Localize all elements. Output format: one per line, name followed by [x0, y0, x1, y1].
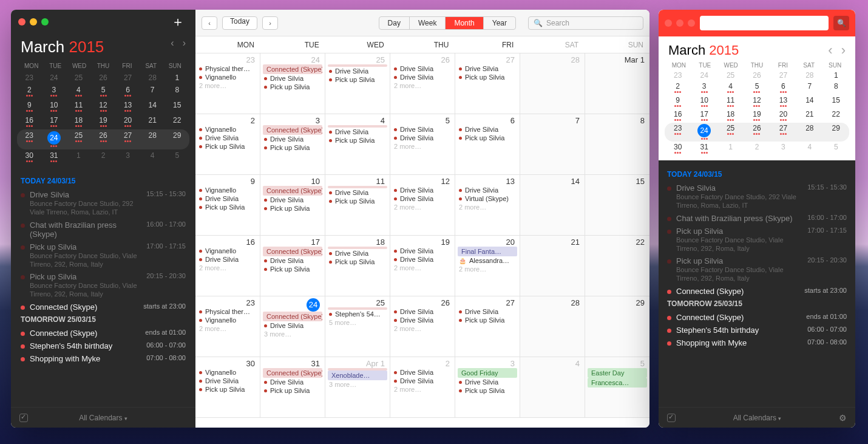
mini-day[interactable]: 22 [164, 114, 189, 129]
agenda-item[interactable]: Shopping with Myke 07:00 - 08:00 [21, 354, 186, 363]
mini-day[interactable]: 26 [91, 129, 116, 149]
event-item[interactable]: Pick up Silvia [458, 316, 517, 324]
mini-day[interactable]: 2 [665, 81, 691, 95]
day-cell[interactable]: 27Drive SilviaPick up Silvia [455, 53, 520, 114]
today-button[interactable]: Today [222, 16, 257, 30]
mini-day[interactable]: 23 [17, 129, 42, 149]
event-item[interactable]: Drive Silvia [328, 188, 387, 197]
mini-day[interactable]: 19 [91, 114, 116, 129]
mini-day[interactable]: 24 [42, 129, 67, 149]
event-bar[interactable]: Connected (Skype) [263, 368, 322, 378]
event-item[interactable]: Drive Silvia [328, 128, 387, 136]
mini-day[interactable]: 8 [823, 81, 849, 95]
mini-day[interactable]: 14 [796, 95, 822, 109]
mini-day[interactable]: 30 [665, 142, 691, 155]
event-item[interactable]: Drive Silvia [263, 256, 322, 265]
event-bar[interactable]: Connected (Skype) [263, 186, 322, 196]
agenda-item[interactable]: Chat with Brazilian press (Skype) 16:00 … [21, 220, 186, 239]
event-bar[interactable]: Final Fanta… [458, 247, 517, 256]
mini-day[interactable]: 11 [66, 99, 91, 114]
event-item[interactable]: Pick up Silvia [263, 204, 322, 213]
add-event-button[interactable]: ＋ [171, 13, 195, 31]
mini-day[interactable]: 26 [744, 123, 770, 142]
day-cell[interactable]: Mar 1 [585, 53, 649, 114]
day-cell[interactable]: 10Connected (Skype)Drive SilviaPick up S… [260, 175, 325, 235]
agenda-item[interactable]: Drive SilviaBounce Factory Dance Studio,… [667, 183, 847, 210]
day-cell[interactable]: 2VignanelloDrive SilviaPick up Silvia [195, 114, 260, 174]
day-cell[interactable]: 27Drive SilviaPick up Silvia [455, 296, 520, 357]
event-item[interactable]: Drive Silvia [263, 196, 322, 204]
event-item[interactable]: Pick up Silvia [328, 136, 387, 145]
event-item[interactable]: Stephen's 54… [328, 310, 387, 318]
event-item[interactable]: Drive Silvia [393, 316, 452, 324]
mini-day[interactable]: 20 [770, 109, 796, 123]
mini-day[interactable]: 2 [17, 84, 42, 99]
mini-day[interactable]: 1 [164, 72, 189, 84]
search-button[interactable]: 🔍 [833, 16, 849, 30]
more-link[interactable]: 2 more… [198, 324, 257, 333]
event-bar[interactable]: Easter Day [588, 368, 647, 378]
mini-day[interactable]: 1 [823, 70, 849, 81]
day-cell[interactable]: 2Drive SilviaDrive Silvia2 more… [390, 357, 455, 417]
mini-day[interactable]: 28 [796, 70, 822, 81]
agenda-item[interactable]: Connected (Skype) ends at 01:00 [667, 313, 847, 322]
event-item[interactable]: Pick up Silvia [263, 83, 322, 91]
day-cell[interactable]: 3Good FridayDrive SilviaPick up Silvia [455, 357, 520, 417]
event-item[interactable]: Drive Silvia [393, 73, 452, 81]
mini-day[interactable]: 25 [66, 72, 91, 84]
event-item[interactable]: Virtual (Skype) [458, 194, 517, 203]
event-item[interactable]: Vignanello [198, 125, 257, 134]
day-cell[interactable]: 21 [520, 236, 585, 296]
mini-day[interactable]: 23 [665, 70, 691, 81]
event-item[interactable]: Drive Silvia [393, 64, 452, 73]
day-cell[interactable]: Apr 1Xenoblade…3 more… [325, 357, 390, 417]
event-bar[interactable]: Connected (Skype) [263, 125, 322, 135]
mini-calendar[interactable]: 2324252627281234567891011121314151617181… [11, 69, 195, 167]
event-item[interactable]: Vignanello [198, 247, 257, 255]
mini-day[interactable]: 17 [42, 114, 67, 129]
mini-day[interactable]: 4 [66, 84, 91, 99]
day-cell[interactable]: 15 [585, 175, 649, 235]
mini-day[interactable]: 28 [140, 72, 165, 84]
event-item[interactable]: Drive Silvia [393, 377, 452, 385]
zoom-icon[interactable] [688, 19, 695, 27]
agenda-item[interactable]: Connected (Skype) starts at 23:00 [21, 302, 186, 312]
mini-day[interactable]: 2 [91, 149, 116, 165]
agenda-item[interactable]: Stephen's 54th birthday 06:00 - 07:00 [667, 326, 847, 335]
event-item[interactable]: Drive Silvia [198, 255, 257, 264]
agenda-item[interactable]: Pick up SilviaBounce Factory Dance Studi… [667, 227, 847, 253]
event-item[interactable]: Drive Silvia [458, 64, 517, 73]
mini-day[interactable]: 8 [164, 84, 189, 99]
mini-day[interactable]: 3 [770, 142, 796, 155]
mini-day[interactable]: 23 [17, 72, 42, 84]
event-item[interactable]: Drive Silvia [458, 186, 517, 194]
mini-day[interactable]: 13 [770, 95, 796, 109]
day-cell[interactable]: 23Physical ther…Vignanello2 more… [195, 53, 260, 114]
mini-day[interactable]: 30 [17, 149, 42, 165]
day-cell[interactable]: 8 [585, 114, 649, 174]
mini-day[interactable]: 21 [796, 109, 822, 123]
event-item[interactable]: Drive Silvia [393, 307, 452, 316]
agenda-item[interactable]: Pick up Silvia Bounce Factory Dance Stud… [21, 272, 186, 299]
event-item[interactable]: Pick up Silvia [263, 265, 322, 273]
day-cell[interactable]: 23Physical ther…Vignanello2 more… [195, 296, 260, 357]
day-cell[interactable]: 30VignanelloDrive SilviaPick up Silvia [195, 357, 260, 417]
agenda-item[interactable]: Shopping with Myke 07:00 - 08:00 [667, 338, 847, 347]
event-item[interactable]: Drive Silvia [393, 247, 452, 255]
event-bar[interactable]: Francesca… [588, 378, 647, 388]
mini-day[interactable]: 9 [17, 99, 42, 114]
more-link[interactable]: 2 more… [393, 264, 452, 272]
event-item[interactable]: Vignanello [198, 368, 257, 377]
more-link[interactable]: 2 more… [393, 324, 452, 333]
mini-day[interactable]: 6 [770, 81, 796, 95]
minimize-icon[interactable] [676, 19, 683, 27]
mini-day[interactable]: 17 [691, 109, 717, 123]
event-item[interactable]: Pick up Silvia [263, 386, 322, 395]
mini-day[interactable]: 7 [140, 84, 165, 99]
mini-day[interactable]: 18 [717, 109, 744, 123]
mini-day[interactable]: 10 [42, 99, 67, 114]
close-icon[interactable] [665, 19, 672, 27]
day-cell[interactable]: 28 [520, 53, 585, 114]
search-input[interactable]: 🔍 Search [528, 16, 643, 30]
compact-mini-calendar[interactable]: 2324252627281234567891011121314151617181… [659, 69, 855, 160]
